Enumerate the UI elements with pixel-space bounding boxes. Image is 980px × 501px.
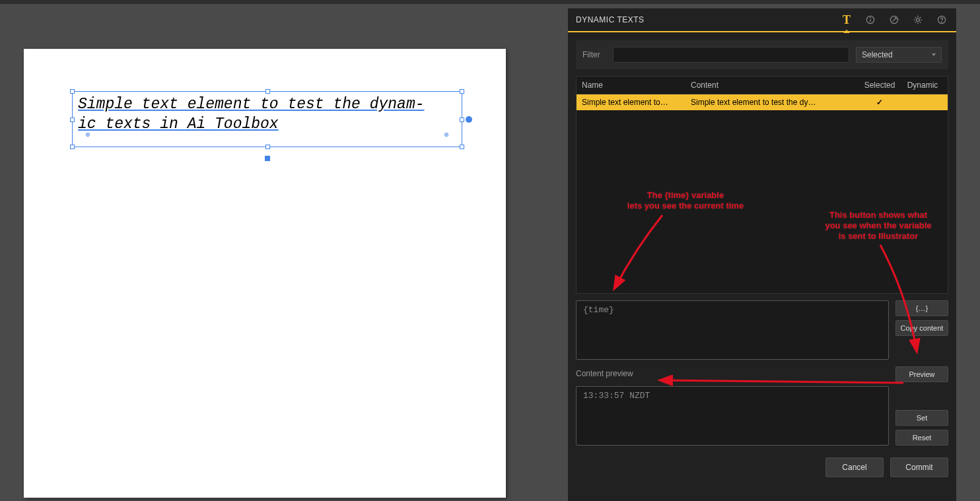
selection-handle[interactable] [460, 145, 464, 149]
tab-text-icon[interactable]: T [840, 13, 853, 26]
anchor-icon [86, 133, 90, 137]
annotation-time-var: The {time} variable lets you see the cur… [616, 190, 755, 211]
commit-button[interactable]: Commit [890, 457, 948, 477]
panel-header: DYNAMIC TEXTS T [568, 9, 956, 32]
selection-handle[interactable] [460, 89, 464, 94]
row-selected: ✓ [857, 98, 903, 107]
panel-title: DYNAMIC TEXTS [576, 15, 840, 24]
tab-info-icon[interactable] [864, 13, 877, 26]
column-header-content[interactable]: Content [691, 81, 857, 90]
artboard[interactable]: Simple text element to test the dynam- i… [24, 49, 506, 498]
selection-handle[interactable] [265, 89, 270, 94]
row-name: Simple text element to… [582, 98, 691, 107]
artboard-text[interactable]: Simple text element to test the dynam- i… [73, 92, 462, 134]
selection-handle[interactable] [70, 145, 75, 149]
column-header-name[interactable]: Name [582, 81, 691, 90]
filter-row: Filter Selected [576, 40, 948, 69]
dynamic-texts-panel: DYNAMIC TEXTS T Filter [560, 0, 980, 501]
content-preview-label: Content preview [576, 369, 889, 382]
selection-handle[interactable] [265, 145, 270, 149]
set-button[interactable]: Set [895, 410, 948, 426]
arrow-icon [596, 209, 676, 298]
canvas-area: Simple text element to test the dynam- i… [0, 0, 560, 501]
svg-point-2 [870, 17, 871, 18]
selection-handle[interactable] [460, 117, 464, 122]
row-content: Simple text element to test the dy… [691, 98, 857, 107]
svg-point-4 [917, 18, 920, 22]
column-header-selected[interactable]: Selected [857, 81, 903, 90]
content-editor[interactable]: {time} [576, 300, 889, 360]
filter-input[interactable] [613, 47, 849, 63]
text-out-port[interactable] [466, 116, 472, 123]
selection-handle[interactable] [70, 117, 75, 122]
filter-select[interactable]: Selected [856, 47, 942, 63]
reset-button[interactable]: Reset [895, 430, 948, 446]
filter-select-value: Selected [862, 50, 893, 59]
content-preview-output: 13:33:57 NZDT [576, 386, 889, 446]
tab-help-icon[interactable] [935, 13, 948, 26]
footer-buttons: Cancel Commit [576, 452, 948, 480]
table-row[interactable]: Simple text element to… Simple text elem… [577, 94, 948, 110]
overflow-handle[interactable] [265, 156, 270, 161]
svg-point-6 [942, 22, 942, 22]
tab-settings-icon[interactable] [911, 13, 925, 26]
column-header-dynamic[interactable]: Dynamic [903, 81, 942, 90]
tab-tool-icon[interactable] [888, 13, 901, 26]
selection-handle[interactable] [70, 89, 75, 94]
preview-button[interactable]: Preview [895, 366, 948, 382]
filter-label: Filter [582, 50, 606, 59]
cancel-button[interactable]: Cancel [825, 457, 884, 477]
panel-topbar [560, 0, 980, 4]
copy-content-button[interactable]: Copy content [895, 320, 948, 336]
anchor-icon [444, 133, 448, 137]
text-frame-selection[interactable]: Simple text element to test the dynam- i… [72, 91, 462, 147]
chevron-down-icon [932, 53, 936, 56]
text-items-table: Name Content Selected Dynamic Simple tex… [576, 76, 948, 294]
annotation-preview-btn: This button shows what you see when the … [809, 210, 948, 242]
insert-variable-button[interactable]: {…} [895, 300, 948, 316]
app-topbar [0, 0, 560, 4]
